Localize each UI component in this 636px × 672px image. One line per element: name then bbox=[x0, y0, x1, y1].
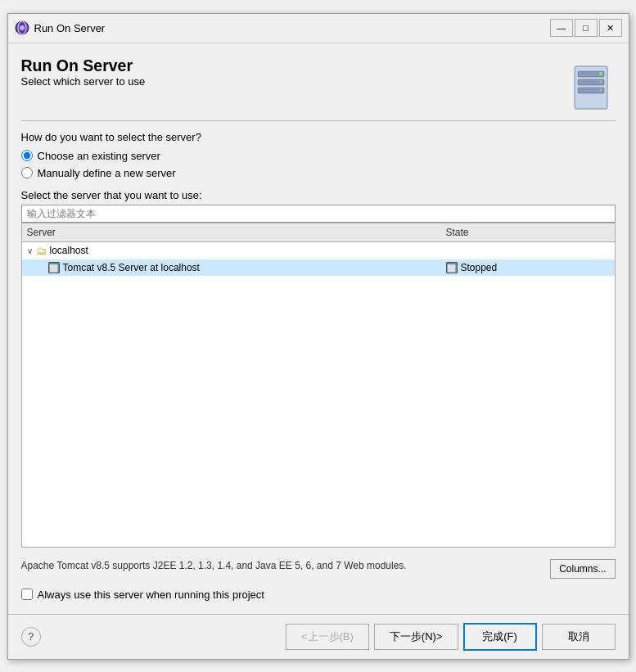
minimize-button[interactable]: — bbox=[550, 19, 573, 37]
always-use-checkbox[interactable] bbox=[21, 589, 33, 600]
close-button[interactable]: ✕ bbox=[599, 19, 622, 37]
window-title: Run On Server bbox=[34, 22, 550, 34]
svg-point-9 bbox=[599, 88, 602, 92]
radio-new[interactable]: Manually define a new server bbox=[21, 167, 616, 179]
select-server-label: Select the server that you want to use: bbox=[21, 189, 616, 201]
always-use-row: Always use this server when running this… bbox=[21, 589, 616, 601]
next-button[interactable]: 下一步(N)> bbox=[374, 624, 458, 650]
selection-question: How do you want to select the server? bbox=[21, 131, 616, 143]
radio-existing-input[interactable] bbox=[21, 150, 33, 161]
info-text: Apache Tomcat v8.5 supports J2EE 1.2, 1.… bbox=[21, 559, 544, 573]
radio-existing[interactable]: Choose an existing server bbox=[21, 150, 616, 162]
table-row[interactable]: ∨ 🗂 localhost bbox=[22, 242, 615, 259]
filter-input[interactable] bbox=[21, 205, 616, 223]
finish-button[interactable]: 完成(F) bbox=[463, 623, 537, 651]
svg-point-8 bbox=[599, 80, 602, 83]
radio-new-input[interactable] bbox=[21, 167, 33, 178]
maximize-button[interactable]: □ bbox=[575, 19, 598, 37]
svg-point-2 bbox=[20, 25, 25, 30]
table-header: Server State bbox=[22, 223, 615, 242]
run-on-server-window: Run On Server — □ ✕ Run On Server Select… bbox=[7, 13, 629, 660]
window-icon bbox=[15, 20, 29, 35]
main-panel: Run On Server Select which server to use bbox=[8, 43, 629, 614]
server-graphic bbox=[566, 56, 616, 110]
svg-point-7 bbox=[599, 72, 602, 75]
dialog-title: Run On Server bbox=[21, 56, 566, 75]
localhost-label: localhost bbox=[50, 245, 610, 256]
table-row[interactable]: ⬜ Tomcat v8.5 Server at localhost ⬜ Stop… bbox=[22, 259, 615, 276]
folder-icon: 🗂 bbox=[36, 245, 47, 257]
radio-group: Choose an existing server Manually defin… bbox=[21, 150, 616, 179]
col-state-header: State bbox=[446, 227, 610, 238]
dialog-subtitle: Select which server to use bbox=[21, 75, 566, 88]
radio-existing-label: Choose an existing server bbox=[38, 150, 160, 162]
help-button[interactable]: ? bbox=[21, 627, 41, 647]
table-body: ∨ 🗂 localhost ⬜ Tomcat v8.5 Server at lo… bbox=[22, 242, 615, 547]
columns-button[interactable]: Columns... bbox=[550, 559, 615, 579]
tree-arrow: ∨ bbox=[27, 246, 33, 255]
state-icon: ⬜ bbox=[446, 262, 458, 273]
dialog-content: Run On Server Select which server to use bbox=[8, 43, 629, 614]
radio-new-label: Manually define a new server bbox=[38, 167, 176, 179]
server-item-icon: ⬜ bbox=[48, 262, 60, 273]
body-section: How do you want to select the server? Ch… bbox=[21, 131, 616, 601]
dialog-footer: ? <上一步(B) 下一步(N)> 完成(F) 取消 bbox=[8, 614, 629, 659]
title-bar: Run On Server — □ ✕ bbox=[8, 14, 629, 43]
tomcat-label: Tomcat v8.5 Server at localhost bbox=[63, 262, 446, 273]
col-server-header: Server bbox=[27, 227, 446, 238]
always-use-label: Always use this server when running this… bbox=[38, 589, 264, 601]
cancel-button[interactable]: 取消 bbox=[542, 624, 616, 650]
info-row: Apache Tomcat v8.5 supports J2EE 1.2, 1.… bbox=[21, 554, 616, 579]
state-label: Stopped bbox=[461, 262, 498, 273]
back-button[interactable]: <上一步(B) bbox=[286, 624, 369, 650]
window-controls: — □ ✕ bbox=[550, 19, 622, 37]
tomcat-state: ⬜ Stopped bbox=[446, 262, 610, 273]
server-table: Server State ∨ 🗂 localhost ⬜ T bbox=[21, 223, 616, 548]
